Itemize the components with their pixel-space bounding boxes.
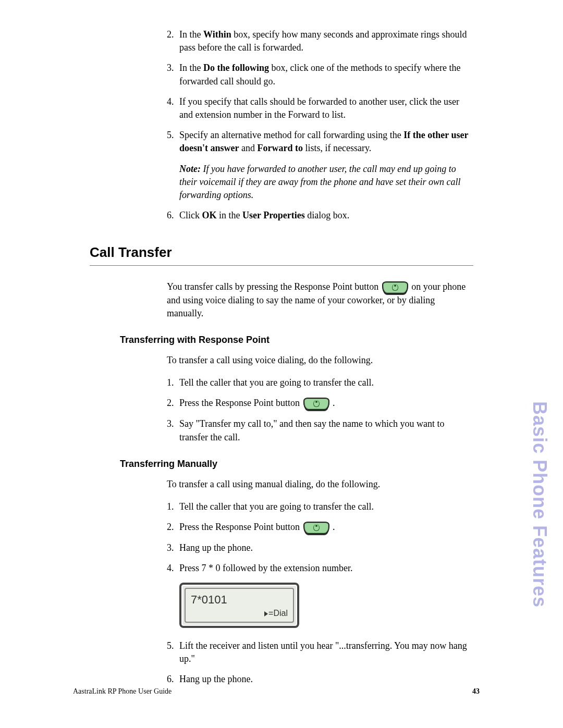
sub-intro: To transfer a call using voice dialing, … [167,354,473,367]
list-item: 5. Lift the receiver and listen until yo… [167,639,473,665]
text: and [239,143,258,153]
note-label: Note: [179,164,201,174]
list-body: Hang up the phone. [179,541,473,554]
response-point-button-icon [382,281,408,294]
list-item: 6. Hang up the phone. [167,673,473,686]
list-item: 2. Press the Response Point button . [167,521,473,534]
list-item: 3. Hang up the phone. [167,541,473,554]
list-item: 6. Click OK in the User Properties dialo… [167,209,473,222]
page-footer: AastraLink RP Phone User Guide 43 [73,686,480,697]
subsection-title: Transferring with Response Point [120,334,473,347]
section-title: Call Transfer [90,243,473,262]
text: You transfer calls by pressing the Respo… [167,281,381,292]
list-number: 3. [167,61,179,88]
text: dialog box. [305,210,350,220]
lcd-line-2: =Dial [191,608,288,619]
list-body: Press the Response Point button . [179,397,473,410]
list-item: 3. In the Do the following box, click on… [167,61,473,88]
list-number: 5. [167,639,179,665]
text: lists, if necessary. [303,143,371,153]
bold-text: User Properties [242,210,305,220]
list-body: If you specify that calls should be forw… [179,95,473,121]
list-body: Click OK in the User Properties dialog b… [179,209,473,222]
bold-text: Do the following [203,63,269,73]
list-item: 1. Tell the caller that you are going to… [167,376,473,389]
section-rule [90,265,473,266]
text: If you specify that calls should be forw… [179,96,459,120]
footer-doc-title: AastraLink RP Phone User Guide [73,686,172,697]
bold-text: Forward to [258,143,303,153]
list-body: In the Within box, specify how many seco… [179,28,473,54]
sub-intro: To transfer a call using manual dialing,… [167,478,473,491]
footer-page-number: 43 [472,686,480,697]
list-body: Specify an alternative method for call f… [179,129,473,155]
list-number: 6. [167,673,179,686]
list-number: 2. [167,28,179,54]
response-point-button-icon [303,522,329,534]
play-arrow-icon [264,611,268,616]
list-body: Press 7 * 0 followed by the extension nu… [179,562,473,575]
list-number: 2. [167,397,179,410]
list-number: 2. [167,521,179,534]
lcd-dial-label: =Dial [268,609,288,618]
text: Click [179,210,202,220]
note: Note: If you have forwarded to another u… [179,163,473,202]
phone-lcd-display: 7*0101 =Dial [179,583,299,628]
text: In the [179,63,203,73]
list-number: 3. [167,541,179,554]
list-item: 2. In the Within box, specify how many s… [167,28,473,54]
lcd-inner: 7*0101 =Dial [185,588,294,623]
subsection-title: Transferring Manually [120,458,473,471]
list-number: 4. [167,95,179,121]
list-number: 3. [167,417,179,443]
list-number: 1. [167,376,179,389]
list-item: 5. Specify an alternative method for cal… [167,129,473,155]
bold-text: OK [202,210,217,220]
list-number: 1. [167,500,179,513]
text: In the [179,29,203,40]
text: . [333,522,335,532]
list-body: Tell the caller that you are going to tr… [179,376,473,389]
intro-paragraph: You transfer calls by pressing the Respo… [167,280,473,320]
list-item: 4. Press 7 * 0 followed by the extension… [167,562,473,575]
list-body: Lift the receiver and listen until you h… [179,639,473,665]
list-body: Hang up the phone. [179,673,473,686]
text: Press the Response Point button [179,398,302,408]
bold-text: Within [203,29,231,40]
list-body: Tell the caller that you are going to tr… [179,500,473,513]
list-body: In the Do the following box, click one o… [179,61,473,88]
text: . [333,398,335,408]
list-item: 2. Press the Response Point button . [167,397,473,410]
note-text: If you have forwarded to another user, t… [179,164,461,200]
text: in the [217,210,243,220]
text: Specify an alternative method for call f… [179,130,403,140]
list-number: 5. [167,129,179,155]
list-body: Say "Transfer my call to," and then say … [179,417,473,443]
list-number: 4. [167,562,179,575]
list-item: 4. If you specify that calls should be f… [167,95,473,121]
lcd-line-1: 7*0101 [191,592,288,608]
list-item: 1. Tell the caller that you are going to… [167,500,473,513]
list-body: Press the Response Point button . [179,521,473,534]
page-content: 2. In the Within box, specify how many s… [0,0,563,686]
list-number: 6. [167,209,179,222]
text: Press the Response Point button [179,522,302,532]
list-item: 3. Say "Transfer my call to," and then s… [167,417,473,443]
side-tab-label: Basic Phone Features [527,401,553,608]
response-point-button-icon [303,398,329,410]
